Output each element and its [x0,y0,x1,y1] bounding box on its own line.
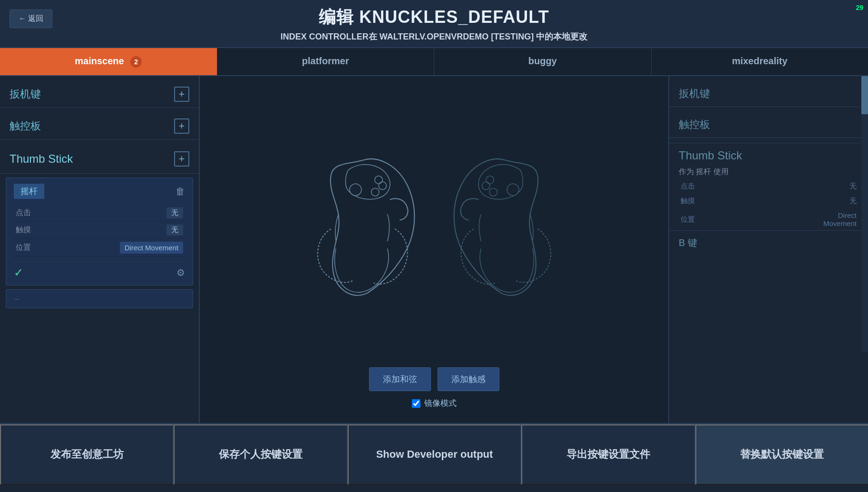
thumb-stick-section: Thumb Stick + 摇杆 🗑 点击 无 触摸 无 位置 [0,145,199,308]
trigger-title: 扳机键 [10,87,41,101]
right-pos-row: 位置 DirectMovement [669,208,868,230]
export-settings-button[interactable]: 导出按键设置文件 [521,424,695,485]
mirror-label: 镜像模式 [424,398,457,409]
thumb-stick-header: Thumb Stick + [0,145,199,174]
tab-mixedreality[interactable]: mixedreality [652,48,868,75]
trigger-section: 扳机键 + [0,81,199,108]
joystick-touch-value: 无 [166,225,183,236]
thumb-stick-add-button[interactable]: + [174,151,189,167]
save-personal-button[interactable]: 保存个人按键设置 [174,424,347,485]
svg-point-0 [371,188,379,196]
center-panel: 添加和弦 添加触感 镜像模式 [200,76,668,423]
tab-platformer[interactable]: platformer [217,48,435,75]
right-trigger-section: 扳机键 [669,81,868,107]
joystick-tag: 摇杆 [14,184,44,199]
tab-mainscene[interactable]: mainscene 2 [0,48,217,75]
svg-point-1 [379,182,387,190]
page-subtitle: INDEX CONTROLLER在 WALTERLV.OPENVRDEMO [T… [0,31,868,42]
joystick-card: 摇杆 🗑 点击 无 触摸 无 位置 Direct Movement ✓ [6,177,193,285]
right-click-row: 点击 无 [669,179,868,194]
touchpad-title: 触控板 [10,119,41,133]
joystick-gear-button[interactable]: ⚙ [176,267,185,278]
main-content: 扳机键 + 触控板 + Thumb Stick + 摇杆 🗑 点击 无 [0,76,868,423]
tabs-row: mainscene 2 platformer buggy mixedrealit… [0,48,868,76]
svg-point-4 [489,188,497,196]
svg-point-5 [482,182,490,190]
right-touchpad-title: 触控板 [679,118,710,132]
joystick-delete-button[interactable]: 🗑 [176,186,185,197]
left-panel: 扳机键 + 触控板 + Thumb Stick + 摇杆 🗑 点击 无 [0,76,200,423]
right-touch-key: 触摸 [681,197,695,206]
touchpad-add-button[interactable]: + [174,118,189,134]
add-chord-button[interactable]: 添加和弦 [369,367,431,391]
right-pos-key: 位置 [681,215,695,224]
mirror-checkbox[interactable] [412,399,420,408]
right-b-key: B 键 [669,230,868,251]
thumb-stick-title: Thumb Stick [10,152,73,166]
right-click-value: 无 [849,182,857,191]
joystick-click-value: 无 [166,207,183,218]
joystick-card-header: 摇杆 🗑 [14,184,185,199]
mirror-row: 镜像模式 [412,398,457,409]
right-thumb-stick-title: Thumb Stick [679,149,742,162]
svg-point-3 [350,184,361,196]
right-pos-value: DirectMovement [823,211,857,227]
bottom-bar: 发布至创意工坊 保存个人按键设置 Show Developer output 导… [0,423,868,485]
tab-badge: 2 [130,56,142,68]
left-controller-svg [296,150,429,303]
joystick-pos-row: 位置 Direct Movement [14,239,185,257]
joystick-pos-value: Direct Movement [120,242,183,254]
center-btn-row: 添加和弦 添加触感 [369,367,499,391]
right-touch-row: 触摸 无 [669,194,868,208]
replace-default-button[interactable]: 替换默认按键设置 [695,424,868,485]
trigger-add-button[interactable]: + [174,87,189,102]
right-scrollbar[interactable] [861,76,868,352]
right-touch-value: 无 [849,197,857,206]
right-click-key: 点击 [681,182,695,191]
joystick-footer: ✓ ⚙ [14,262,185,279]
publish-workshop-button[interactable]: 发布至创意工坊 [0,424,174,485]
tab-buggy[interactable]: buggy [434,48,652,75]
right-trigger-title: 扳机键 [679,87,710,101]
back-button[interactable]: ← 返回 [10,10,52,28]
more-section-indicator: ··· [14,295,20,303]
touchpad-section: 触控板 + [0,113,199,140]
right-scrollbar-thumb[interactable] [861,76,868,114]
show-developer-output-button[interactable]: Show Developer output [348,424,521,485]
add-haptic-button[interactable]: 添加触感 [438,367,499,391]
joystick-touch-key: 触摸 [16,225,31,235]
joystick-check-button[interactable]: ✓ [14,266,23,279]
right-thumb-stick-section: Thumb Stick [669,143,868,162]
center-buttons: 添加和弦 添加触感 镜像模式 [369,367,499,413]
svg-point-7 [507,184,519,196]
joystick-click-row: 点击 无 [14,205,185,222]
svg-point-6 [486,176,494,184]
page-title: 编辑 KNUCKLES_DEFAULT [0,6,868,29]
joystick-touch-row: 触摸 无 [14,222,185,239]
joystick-click-key: 点击 [16,208,31,218]
joystick-pos-key: 位置 [16,243,31,253]
header: 编辑 KNUCKLES_DEFAULT INDEX CONTROLLER在 WA… [0,0,868,48]
fps-badge: 29 [856,4,863,11]
controller-display [296,86,572,367]
right-panel: 扳机键 触控板 Thumb Stick 作为 摇杆 使用 点击 无 触摸 无 位… [668,76,868,423]
svg-point-2 [374,176,382,184]
right-sub-label: 作为 摇杆 使用 [669,162,868,179]
right-controller-svg [439,150,572,303]
right-touchpad-section: 触控板 [669,112,868,138]
